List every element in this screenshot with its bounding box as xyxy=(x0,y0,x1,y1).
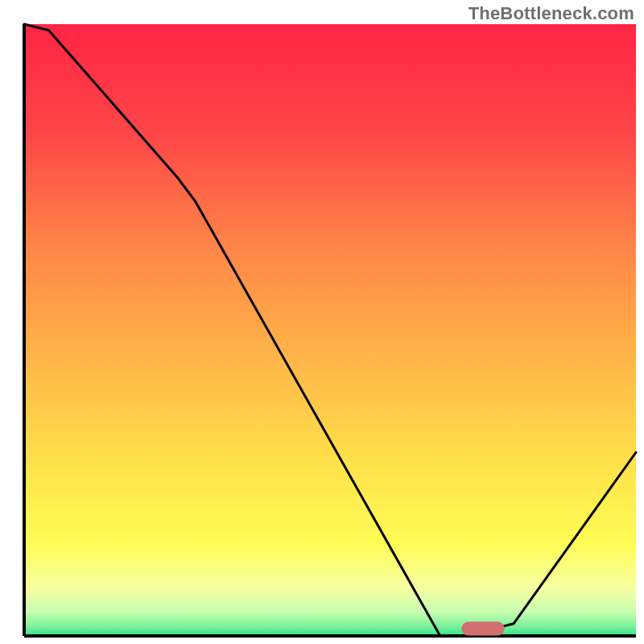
chart-svg xyxy=(0,0,644,644)
chart-container: TheBottleneck.com xyxy=(0,0,644,644)
watermark-text: TheBottleneck.com xyxy=(469,3,634,24)
optimal-marker xyxy=(461,621,504,635)
chart-background xyxy=(24,24,636,636)
